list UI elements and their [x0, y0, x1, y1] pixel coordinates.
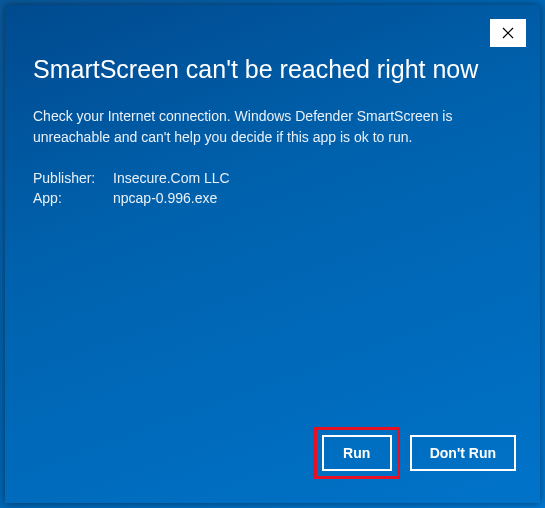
smartscreen-dialog: SmartScreen can't be reached right now C… — [5, 5, 540, 503]
close-icon — [502, 27, 514, 39]
app-row: App: npcap-0.996.exe — [33, 190, 512, 206]
dialog-message: Check your Internet connection. Windows … — [33, 106, 512, 148]
dialog-content: SmartScreen can't be reached right now C… — [5, 5, 540, 230]
dont-run-button[interactable]: Don't Run — [410, 435, 516, 471]
run-highlight: Run — [314, 427, 400, 479]
publisher-row: Publisher: Insecure.Com LLC — [33, 170, 512, 186]
publisher-label: Publisher: — [33, 170, 113, 186]
publisher-value: Insecure.Com LLC — [113, 170, 512, 186]
app-label: App: — [33, 190, 113, 206]
close-button[interactable] — [490, 19, 526, 47]
app-value: npcap-0.996.exe — [113, 190, 512, 206]
run-button[interactable]: Run — [322, 435, 392, 471]
dialog-title: SmartScreen can't be reached right now — [33, 55, 512, 84]
button-row: Run Don't Run — [314, 427, 516, 479]
